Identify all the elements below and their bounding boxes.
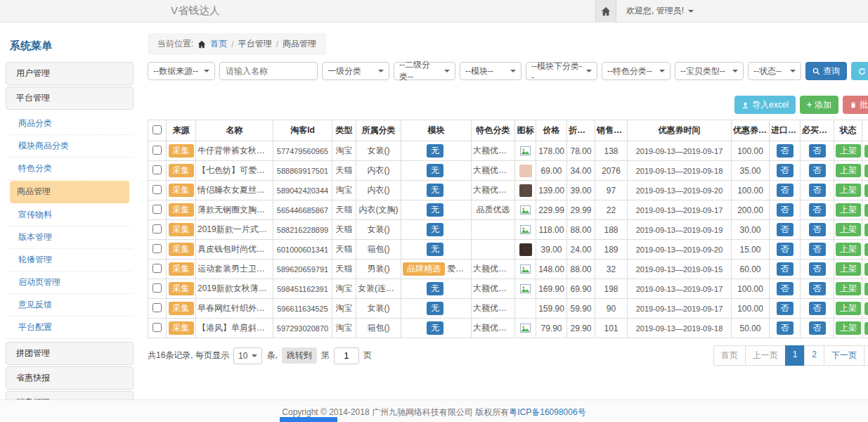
module-badge[interactable]: 无 — [427, 164, 443, 177]
status-badge[interactable]: 上架 — [836, 262, 861, 276]
sidebar-item-province-news[interactable]: 省惠快报 — [6, 366, 134, 390]
must-buy-badge[interactable]: 否 — [809, 262, 826, 276]
category1-filter[interactable]: 一级分类 — [322, 62, 389, 80]
module-badge[interactable]: 无 — [427, 223, 443, 236]
edit-button[interactable] — [864, 243, 868, 256]
edit-button[interactable] — [864, 224, 868, 236]
module-badge[interactable]: 品牌精选 — [403, 262, 445, 276]
status-badge[interactable]: 上架 — [836, 282, 861, 295]
row-checkbox[interactable] — [153, 264, 162, 273]
status-badge[interactable]: 上架 — [836, 164, 861, 177]
select-all-checkbox[interactable] — [153, 125, 162, 134]
must-buy-badge[interactable]: 否 — [809, 282, 826, 295]
imported-badge[interactable]: 否 — [777, 321, 793, 335]
edit-button[interactable] — [864, 145, 868, 158]
per-page-select[interactable]: 10 — [233, 347, 262, 364]
edit-button[interactable] — [864, 204, 868, 217]
must-buy-badge[interactable]: 否 — [809, 203, 826, 217]
submenu-item-splash-mgmt[interactable]: 启动页管理 — [7, 271, 132, 294]
submenu-item-product-category[interactable]: 商品分类 — [7, 113, 132, 135]
module-badge[interactable]: 无 — [427, 282, 443, 295]
row-checkbox[interactable] — [153, 323, 162, 332]
must-buy-badge[interactable]: 否 — [809, 321, 826, 335]
imported-badge[interactable]: 否 — [777, 144, 793, 158]
module-badge[interactable]: 无 — [427, 302, 443, 315]
source-filter[interactable]: --数据来源-- — [148, 62, 215, 80]
page-number-input[interactable] — [334, 347, 359, 364]
category2-filter[interactable]: --二级分类-- — [394, 62, 455, 80]
next-page-button[interactable]: 下一页 — [824, 345, 864, 366]
status-badge[interactable]: 上架 — [836, 184, 861, 197]
row-checkbox[interactable] — [153, 303, 162, 312]
module-badge[interactable]: 无 — [427, 321, 443, 335]
reset-button[interactable]: 重置 — [851, 62, 868, 80]
imported-badge[interactable]: 否 — [777, 282, 793, 295]
submenu-item-version-mgmt[interactable]: 版本管理 — [7, 226, 132, 249]
breadcrumb-home-link[interactable]: 首页 — [210, 38, 227, 50]
row-checkbox[interactable] — [153, 244, 162, 253]
imported-badge[interactable]: 否 — [777, 243, 793, 256]
sidebar-item-group-buy-mgmt[interactable]: 拼团管理 — [6, 342, 134, 365]
submenu-item-product-mgmt[interactable]: 商品管理 — [10, 181, 129, 203]
status-badge[interactable]: 上架 — [836, 223, 861, 236]
page-button-2[interactable]: 2 — [804, 345, 824, 366]
imported-badge[interactable]: 否 — [777, 223, 793, 236]
edit-button[interactable] — [864, 263, 868, 276]
row-checkbox[interactable] — [153, 224, 162, 234]
name-input[interactable] — [219, 62, 318, 80]
row-checkbox[interactable] — [153, 165, 162, 174]
row-checkbox[interactable] — [153, 283, 162, 293]
status-badge[interactable]: 上架 — [836, 144, 861, 158]
must-buy-badge[interactable]: 否 — [809, 164, 826, 177]
status-badge[interactable]: 上架 — [836, 203, 861, 217]
edit-button[interactable] — [864, 302, 868, 315]
imported-badge[interactable]: 否 — [777, 302, 793, 315]
row-checkbox[interactable] — [153, 146, 162, 155]
submenu-item-carousel-mgmt[interactable]: 轮播管理 — [7, 249, 132, 271]
jump-button[interactable]: 跳转到 — [282, 347, 317, 364]
imported-badge[interactable]: 否 — [777, 164, 793, 177]
submenu-item-module-product-category[interactable]: 模块商品分类 — [7, 135, 132, 158]
batch-delete-button[interactable]: 批量删除 — [843, 96, 868, 114]
icp-link[interactable]: 粤ICP备16098006号 — [509, 407, 585, 417]
first-page-button[interactable]: 首页 — [713, 345, 746, 366]
sidebar-item-user-mgmt[interactable]: 用户管理 — [6, 62, 134, 85]
feature-filter[interactable]: --特色分类-- — [602, 62, 671, 80]
search-button[interactable]: 查询 — [805, 62, 847, 80]
import-excel-button[interactable]: 导入excel — [734, 96, 796, 114]
page-button-1[interactable]: 1 — [785, 345, 805, 366]
must-buy-badge[interactable]: 否 — [809, 243, 826, 256]
user-menu[interactable]: 欢迎您, 管理员! — [626, 5, 694, 17]
imported-badge[interactable]: 否 — [777, 203, 793, 217]
must-buy-badge[interactable]: 否 — [809, 302, 826, 315]
module-badge[interactable]: 无 — [427, 144, 443, 158]
module-badge[interactable]: 无 — [427, 184, 443, 197]
module-badge[interactable]: 无 — [427, 243, 443, 256]
edit-button[interactable] — [864, 283, 868, 295]
submenu-item-platform-config[interactable]: 平台配置 — [7, 316, 132, 339]
row-checkbox[interactable] — [153, 185, 162, 194]
row-checkbox[interactable] — [153, 205, 162, 214]
submenu-item-feature-category[interactable]: 特色分类 — [7, 158, 132, 180]
edit-button[interactable] — [864, 165, 868, 177]
status-badge[interactable]: 上架 — [836, 321, 861, 335]
status-filter[interactable]: --状态-- — [748, 62, 801, 80]
sidebar-item-platform-mgmt[interactable]: 平台管理 — [6, 87, 134, 110]
edit-button[interactable] — [864, 322, 868, 335]
status-badge[interactable]: 上架 — [836, 243, 861, 256]
must-buy-badge[interactable]: 否 — [809, 184, 826, 197]
module-sub-filter[interactable]: --模块下分类-- — [526, 62, 597, 80]
module-filter[interactable]: --模块-- — [460, 62, 522, 80]
module-badge[interactable]: 无 — [427, 203, 443, 217]
must-buy-badge[interactable]: 否 — [809, 144, 826, 158]
must-buy-badge[interactable]: 否 — [809, 223, 826, 236]
imported-badge[interactable]: 否 — [777, 262, 793, 276]
last-page-button[interactable]: 末页 — [864, 345, 868, 366]
add-button[interactable]: + 添加 — [800, 96, 838, 114]
prev-page-button[interactable]: 上一页 — [745, 345, 786, 366]
imported-badge[interactable]: 否 — [777, 184, 793, 197]
edit-button[interactable] — [864, 184, 868, 197]
home-button[interactable] — [595, 0, 616, 22]
status-badge[interactable]: 上架 — [836, 302, 861, 315]
item-type-filter[interactable]: --宝贝类型-- — [675, 62, 744, 80]
